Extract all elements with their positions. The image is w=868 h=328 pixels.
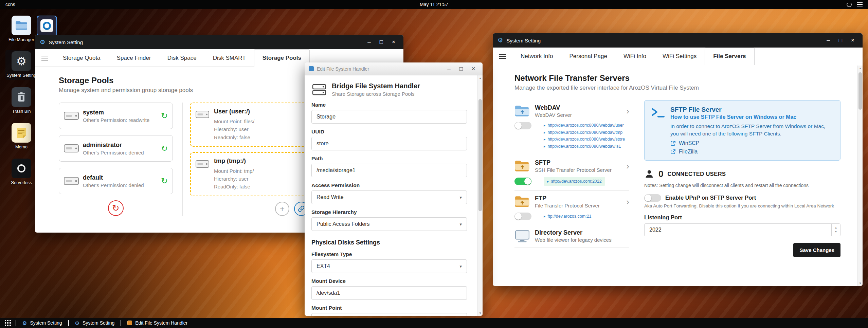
path-field[interactable] — [311, 164, 467, 177]
dialog-subtitle: Share Storage across Storage Pools — [332, 91, 420, 97]
user-icon — [644, 169, 654, 179]
close-button[interactable]: × — [388, 38, 399, 47]
listening-port-field[interactable] — [644, 223, 840, 236]
sync-icon[interactable]: ↻ — [161, 144, 168, 152]
page-subtitle: Manage the exported file server interfac… — [514, 85, 849, 91]
scroll-down-icon[interactable]: ▼ — [478, 310, 483, 316]
close-button[interactable]: × — [848, 36, 858, 45]
desktop-icon-trash-bin[interactable]: Trash Bin — [5, 86, 37, 115]
tab-file-servers[interactable]: File Servers — [705, 48, 754, 65]
pool-card-default[interactable]: default Other's Permission: denied ↻ — [59, 168, 173, 194]
edit-window-scrollbar[interactable]: ▲ ▼ — [477, 75, 483, 316]
server-webdav-header[interactable]: WebDAV WebDAV Server › — [514, 104, 629, 118]
start-menu-button[interactable] — [0, 318, 16, 328]
client-link-winscp[interactable]: WinSCP — [670, 140, 833, 146]
tab-disk-smart[interactable]: Disk SMART — [205, 49, 254, 67]
tab-wifi-settings[interactable]: WiFi Settings — [654, 48, 705, 65]
client-link-filezilla[interactable]: FileZilla — [670, 149, 833, 155]
listening-port-label: Listening Port — [644, 214, 840, 221]
maximize-button[interactable]: □ — [376, 38, 386, 47]
pool-card-system[interactable]: system Other's Permission: readwrite ↻ — [59, 103, 173, 129]
tab-network-info[interactable]: Network Info — [512, 48, 561, 65]
desktop-icon-serverless[interactable]: Serverless — [5, 157, 37, 187]
connected-users-label: CONNECTED USERS — [667, 171, 726, 177]
sftp-help-box: SFTP File Server How to use SFTP File Se… — [644, 100, 840, 161]
sync-icon[interactable]: ↻ — [161, 112, 168, 120]
server-directory-header[interactable]: Directory Server Web file viewer for leg… — [514, 229, 629, 243]
reload-pools-button[interactable]: ↻ — [108, 200, 124, 216]
scroll-down-icon[interactable]: ▼ — [858, 280, 863, 286]
maximize-button[interactable]: □ — [456, 65, 466, 73]
physical-disks-section-title: Physical Disks Settings — [311, 239, 467, 246]
number-stepper[interactable]: ▲ ▼ — [831, 224, 840, 236]
mount-device-field[interactable] — [311, 286, 467, 300]
webdav-link[interactable]: ▸http://dev.arozos.com:8080/webdav/store — [544, 136, 625, 143]
server-list: WebDAV WebDAV Server › ▸http://dev.arozo… — [514, 100, 629, 257]
tab-storage-pools[interactable]: Storage Pools — [254, 49, 310, 67]
network-window-scrollbar[interactable]: ▲ ▼ — [857, 66, 863, 286]
tab-space-finder[interactable]: Space Finder — [109, 49, 159, 67]
step-down-icon[interactable]: ▼ — [835, 230, 837, 233]
minimize-button[interactable]: – — [364, 38, 374, 47]
webdav-toggle[interactable] — [514, 122, 531, 129]
window-file-servers: ⚙ System Setting – □ × Network Info Pers… — [493, 33, 863, 286]
access-permission-select[interactable]: Read Write ▾ — [311, 190, 467, 204]
scroll-up-icon[interactable]: ▲ — [478, 75, 483, 81]
top-menu-icon[interactable] — [857, 1, 863, 7]
chevron-down-icon: ▾ — [459, 264, 462, 269]
step-up-icon[interactable]: ▲ — [835, 226, 837, 229]
chevron-right-icon[interactable]: › — [626, 197, 629, 206]
uuid-field[interactable] — [311, 137, 467, 150]
sftp-toggle[interactable] — [514, 178, 531, 185]
desktop-icon-memo[interactable]: Memo — [5, 122, 37, 151]
chevron-right-icon[interactable]: › — [626, 162, 629, 170]
minimize-button[interactable]: – — [823, 36, 833, 45]
pool-card-administrator[interactable]: administrator Other's Permission: denied… — [59, 135, 173, 162]
name-field[interactable] — [311, 110, 467, 124]
maximize-button[interactable]: □ — [835, 36, 846, 45]
close-button[interactable]: × — [468, 65, 478, 73]
sync-status-icon[interactable] — [847, 2, 852, 7]
tab-storage-quota[interactable]: Storage Quota — [55, 49, 109, 67]
add-bridge-button[interactable]: + — [275, 202, 289, 216]
menu-icon[interactable] — [493, 48, 512, 65]
gear-icon: ⚙ — [75, 321, 79, 326]
edit-window-titlebar[interactable]: Edit File System Handler – □ × — [305, 62, 483, 75]
save-changes-button[interactable]: Save Changes — [793, 243, 840, 257]
desktop-icon-file-manager[interactable]: File Manager — [5, 14, 37, 44]
ftp-link[interactable]: ▸ftp://dev.arozos.com:21 — [544, 213, 592, 220]
minimize-button[interactable]: – — [444, 65, 454, 73]
taskbar-item-system-setting-2[interactable]: ⚙ System Setting — [69, 318, 121, 328]
server-sftp-header[interactable]: SFTP SSH File Transfer Protocol Server › — [514, 159, 629, 173]
mount-point-field[interactable] — [311, 313, 467, 316]
network-window-titlebar[interactable]: ⚙ System Setting – □ × — [493, 33, 863, 48]
storage-window-titlebar[interactable]: ⚙ System Setting – □ × — [35, 35, 403, 49]
bridge-card-user[interactable]: User (user:/) Mount Point: files/ Hierar… — [190, 103, 310, 147]
scrollbar-thumb[interactable] — [478, 99, 482, 211]
sync-icon[interactable]: ↻ — [161, 177, 168, 185]
tab-wifi-info[interactable]: WiFi Info — [615, 48, 654, 65]
scrollbar-thumb[interactable] — [858, 72, 862, 110]
server-ftp-header[interactable]: FTP File Transfer Protocol Server › — [514, 195, 629, 208]
tab-personal-page[interactable]: Personal Page — [561, 48, 615, 65]
desktop-icon-system-setting[interactable]: ⚙ System Setting — [5, 50, 37, 79]
tab-disk-space[interactable]: Disk Space — [159, 49, 205, 67]
scroll-up-icon[interactable]: ▲ — [858, 66, 863, 71]
menu-icon[interactable] — [35, 49, 55, 67]
desktop-icon-selected-app[interactable] — [37, 16, 57, 36]
webdav-link[interactable]: ▸http://dev.arozos.com:8080/webdav/ls1 — [544, 143, 625, 150]
sftp-link[interactable]: ▸sftp://dev.arozos.com:2022 — [544, 177, 605, 186]
ftp-toggle[interactable] — [514, 213, 531, 220]
taskbar-item-edit-fs-handler[interactable]: Edit File System Handler — [121, 318, 194, 328]
filesystem-type-select[interactable]: EXT4 ▾ — [311, 259, 467, 273]
bridge-card-tmp[interactable]: tmp (tmp:/) Mount Point: tmp/ Hierarchy:… — [190, 152, 310, 196]
upnp-description: Aka Auto Port Forwarding. Disable this o… — [644, 203, 840, 208]
arozos-logo-icon — [40, 19, 53, 32]
external-link-icon — [670, 149, 676, 154]
webdav-link[interactable]: ▸http://dev.arozos.com:8080/webdav/tmp — [544, 129, 625, 136]
storage-hierarchy-select[interactable]: Public Access Folders ▾ — [311, 217, 467, 231]
taskbar-item-system-setting-1[interactable]: ⚙ System Setting — [16, 318, 68, 328]
upnp-toggle[interactable] — [644, 194, 661, 202]
webdav-link[interactable]: ▸http://dev.arozos.com:8080/webdav/user — [544, 122, 625, 129]
chevron-right-icon[interactable]: › — [626, 107, 629, 115]
